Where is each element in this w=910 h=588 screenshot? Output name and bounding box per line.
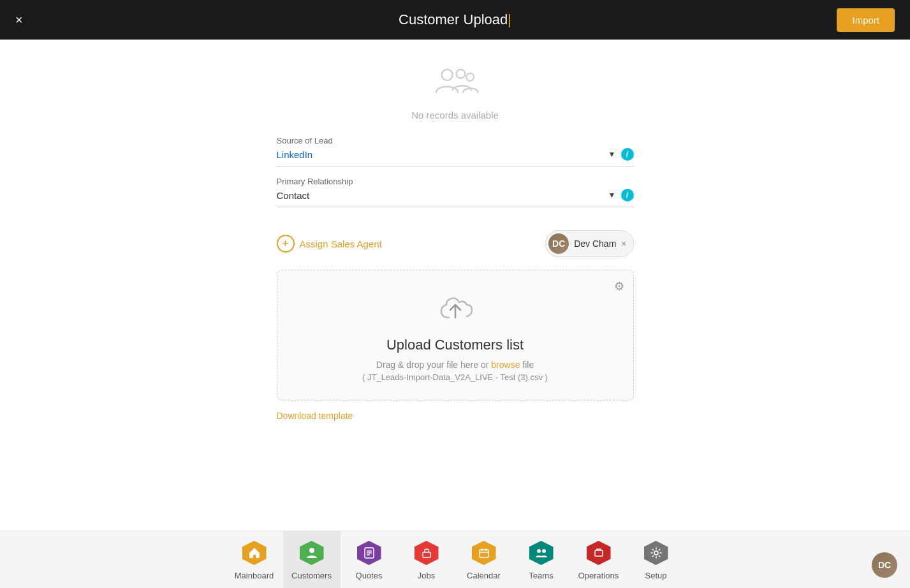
calendar-icon — [472, 541, 496, 565]
primary-value: Contact — [277, 190, 608, 201]
upload-title: Upload Customers list — [386, 337, 524, 353]
sidebar-item-quotes[interactable]: Quotes — [341, 531, 398, 589]
agent-avatar-image: DC — [548, 233, 569, 254]
source-value: LinkedIn — [277, 149, 608, 160]
svg-rect-9 — [480, 550, 488, 557]
nav-items: Mainboard Customers Quotes — [226, 531, 685, 589]
main-content: No records available Source of Lead Link… — [0, 40, 910, 531]
sidebar-item-calendar[interactable]: Calendar — [455, 531, 513, 589]
setup-label: Setup — [645, 571, 667, 580]
primary-dropdown-icon: ▼ — [608, 191, 616, 200]
svg-rect-8 — [423, 552, 430, 557]
svg-point-16 — [654, 551, 658, 555]
mainboard-icon-wrap — [240, 539, 268, 567]
page-title: Customer Upload| — [399, 11, 511, 28]
upload-cloud-icon — [436, 293, 474, 328]
quotes-icon-wrap — [355, 539, 383, 567]
operations-icon — [587, 541, 611, 565]
assign-label: Assign Sales Agent — [300, 239, 382, 249]
mainboard-icon — [242, 541, 267, 565]
source-row[interactable]: LinkedIn ▼ i — [277, 148, 634, 166]
sidebar-item-customers[interactable]: Customers — [283, 531, 341, 589]
upload-settings-icon[interactable]: ⚙ — [614, 279, 624, 293]
source-label: Source of Lead — [277, 136, 634, 145]
setup-icon-wrap — [642, 539, 670, 567]
operations-label: Operations — [578, 571, 619, 580]
download-template-button[interactable]: Download template — [277, 411, 634, 421]
upload-drag-text: Drag & drop your file here or browse fil… — [376, 360, 534, 370]
calendar-icon-wrap — [470, 539, 498, 567]
no-records-section: No records available — [411, 65, 499, 121]
import-button[interactable]: Import — [837, 8, 895, 32]
bottom-nav: Mainboard Customers Quotes — [0, 531, 910, 588]
primary-info-icon[interactable]: i — [621, 189, 634, 202]
setup-icon — [644, 541, 668, 565]
operations-icon-wrap — [585, 539, 613, 567]
sidebar-item-mainboard[interactable]: Mainboard — [226, 531, 283, 589]
close-button[interactable]: × — [15, 13, 23, 27]
svg-point-13 — [537, 549, 541, 553]
svg-point-0 — [441, 70, 452, 80]
source-of-lead-field: Source of Lead LinkedIn ▼ i — [277, 136, 634, 166]
upload-section[interactable]: ⚙ Upload Customers list Drag & drop your… — [277, 270, 634, 401]
teams-label: Teams — [529, 571, 553, 580]
browse-link[interactable]: browse — [491, 360, 520, 370]
agent-avatar: DC — [548, 233, 569, 254]
no-records-icon — [430, 65, 481, 103]
agent-name: Dev Cham — [574, 239, 616, 249]
no-records-text: No records available — [411, 110, 499, 121]
nav-profile-image: DC — [872, 552, 897, 578]
source-info-icon[interactable]: i — [621, 148, 634, 161]
primary-relationship-field: Primary Relationship Contact ▼ i — [277, 177, 634, 207]
svg-point-1 — [456, 70, 465, 78]
teams-icon — [529, 541, 554, 565]
nav-profile-avatar[interactable]: DC — [872, 552, 897, 578]
content-area: No records available Source of Lead Link… — [277, 65, 634, 421]
assign-plus-icon: + — [277, 235, 295, 253]
source-dropdown-icon: ▼ — [608, 150, 616, 159]
svg-point-3 — [309, 548, 314, 553]
jobs-icon-wrap — [413, 539, 441, 567]
mainboard-label: Mainboard — [235, 571, 274, 580]
primary-row[interactable]: Contact ▼ i — [277, 189, 634, 207]
quotes-icon — [357, 541, 381, 565]
svg-point-14 — [542, 549, 546, 553]
header: × Customer Upload| Import — [0, 0, 910, 40]
assign-row: + Assign Sales Agent DC Dev Cham × — [277, 230, 634, 257]
svg-point-2 — [466, 73, 474, 81]
teams-icon-wrap — [527, 539, 555, 567]
calendar-label: Calendar — [467, 571, 501, 580]
sidebar-item-operations[interactable]: Operations — [570, 531, 627, 589]
assign-agent-button[interactable]: + Assign Sales Agent — [277, 235, 382, 253]
agent-badge: DC Dev Cham × — [545, 230, 633, 257]
customers-icon-wrap — [298, 539, 326, 567]
sidebar-item-setup[interactable]: Setup — [627, 531, 685, 589]
svg-rect-15 — [595, 550, 603, 556]
sidebar-item-jobs[interactable]: Jobs — [398, 531, 455, 589]
quotes-label: Quotes — [356, 571, 383, 580]
primary-label: Primary Relationship — [277, 177, 634, 186]
jobs-icon — [415, 541, 439, 565]
upload-filename: ( JT_Leads-Import-Data_V2A_LIVE - Test (… — [362, 372, 548, 382]
customers-label: Customers — [291, 571, 332, 580]
agent-remove-button[interactable]: × — [621, 239, 626, 249]
customers-icon — [300, 541, 324, 565]
sidebar-item-teams[interactable]: Teams — [513, 531, 570, 589]
jobs-label: Jobs — [418, 571, 435, 580]
title-cursor: | — [508, 11, 511, 27]
